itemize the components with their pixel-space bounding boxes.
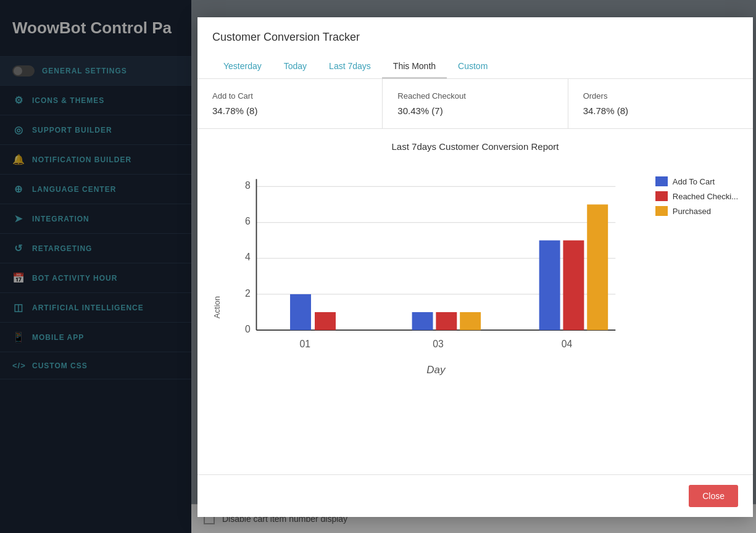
legend-add-to-cart: Add To Cart bbox=[655, 176, 738, 186]
legend-label-reached-checkout: Reached Checki... bbox=[673, 192, 738, 201]
bar-03-add-to-cart bbox=[412, 312, 433, 330]
legend-color-reached-checkout bbox=[655, 191, 668, 201]
close-button[interactable]: Close bbox=[689, 485, 738, 507]
bar-01-add-to-cart bbox=[290, 294, 311, 330]
stat-orders: Orders 34.78% (8) bbox=[568, 79, 753, 128]
add-to-cart-value: 34.78% (8) bbox=[212, 105, 367, 116]
legend-reached-checkout: Reached Checki... bbox=[655, 191, 738, 201]
bar-04-add-to-cart bbox=[539, 241, 560, 330]
bar-04-reached-checkout bbox=[563, 241, 584, 330]
svg-text:2: 2 bbox=[245, 288, 251, 299]
y-axis-label: Action bbox=[212, 296, 222, 318]
chart-area: Action 8 6 4 2 0 bbox=[212, 164, 738, 451]
stat-add-to-cart: Add to Cart 34.78% (8) bbox=[197, 79, 383, 128]
tab-yesterday[interactable]: Yesterday bbox=[212, 55, 273, 79]
svg-text:0: 0 bbox=[245, 324, 251, 334]
orders-label: Orders bbox=[583, 91, 738, 101]
svg-text:8: 8 bbox=[245, 180, 251, 191]
svg-text:01: 01 bbox=[300, 339, 311, 349]
bar-04-purchased bbox=[587, 204, 608, 330]
legend-color-purchased bbox=[655, 206, 668, 216]
tab-this-month[interactable]: This Month bbox=[382, 55, 447, 79]
chart-svg: 8 6 4 2 0 bbox=[226, 164, 646, 448]
tab-last7days[interactable]: Last 7days bbox=[318, 55, 382, 79]
stats-row: Add to Cart 34.78% (8) Reached Checkout … bbox=[197, 79, 753, 129]
conversion-tracker-modal: Customer Conversion Tracker Yesterday To… bbox=[197, 17, 753, 517]
legend-purchased: Purchased bbox=[655, 206, 738, 216]
bar-03-reached-checkout bbox=[436, 312, 457, 330]
bar-03-purchased bbox=[460, 312, 481, 330]
legend-label-purchased: Purchased bbox=[673, 207, 711, 216]
add-to-cart-label: Add to Cart bbox=[212, 91, 367, 101]
reached-checkout-value: 30.43% (7) bbox=[397, 105, 552, 116]
orders-value: 34.78% (8) bbox=[583, 105, 738, 116]
svg-text:03: 03 bbox=[433, 339, 444, 349]
chart-container: Last 7days Customer Conversion Report Ac… bbox=[197, 129, 753, 463]
modal-header: Customer Conversion Tracker Yesterday To… bbox=[197, 17, 753, 79]
modal-footer: Close bbox=[197, 474, 753, 517]
tab-custom[interactable]: Custom bbox=[447, 55, 499, 79]
svg-text:04: 04 bbox=[562, 339, 573, 349]
chart-legend: Add To Cart Reached Checki... Purchased bbox=[655, 164, 738, 216]
tabs-container: Yesterday Today Last 7days This Month Cu… bbox=[212, 55, 738, 78]
bar-01-reached-checkout bbox=[315, 312, 336, 330]
tab-today[interactable]: Today bbox=[273, 55, 318, 79]
modal-body: Add to Cart 34.78% (8) Reached Checkout … bbox=[197, 79, 753, 474]
chart-title: Last 7days Customer Conversion Report bbox=[212, 141, 738, 152]
svg-text:6: 6 bbox=[245, 216, 251, 226]
legend-label-add-to-cart: Add To Cart bbox=[673, 177, 715, 186]
legend-color-add-to-cart bbox=[655, 176, 668, 186]
modal-title: Customer Conversion Tracker bbox=[212, 31, 738, 44]
svg-text:4: 4 bbox=[245, 252, 251, 262]
chart-inner: 8 6 4 2 0 bbox=[226, 164, 646, 451]
reached-checkout-label: Reached Checkout bbox=[397, 91, 552, 101]
svg-text:Day: Day bbox=[426, 364, 446, 376]
stat-reached-checkout: Reached Checkout 30.43% (7) bbox=[383, 79, 568, 128]
